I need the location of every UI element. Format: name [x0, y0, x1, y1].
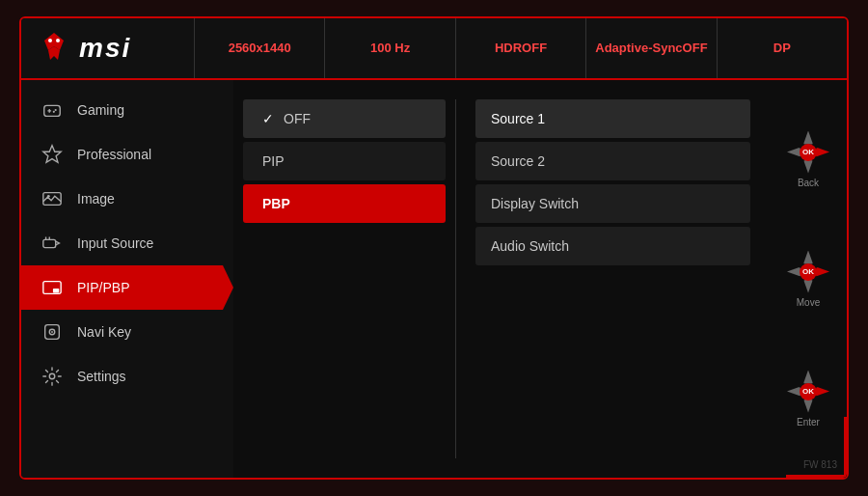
- ok-text: OK: [802, 148, 814, 156]
- pip-pbp-options-column: ✓ OFF PIP PBP: [233, 90, 455, 468]
- navi-key-icon: [41, 320, 64, 344]
- monitor-osd: msi 2560x1440 100 Hz HDROFF Adaptive-Syn…: [19, 16, 849, 480]
- enter-ok-text: OK: [802, 387, 814, 396]
- dpad-up[interactable]: [803, 131, 813, 145]
- audio-switch-option[interactable]: Audio Switch: [475, 227, 750, 265]
- source1-option[interactable]: Source 1: [475, 99, 750, 138]
- dragon-icon: [37, 31, 71, 66]
- source1-label: Source 1: [491, 111, 545, 126]
- enter-label: Enter: [797, 417, 820, 427]
- pip-pbp-icon: [41, 276, 64, 299]
- source2-option[interactable]: Source 2: [475, 142, 750, 180]
- svg-rect-12: [43, 239, 56, 247]
- msi-brand-text: msi: [79, 33, 131, 64]
- source2-label: Source 2: [491, 153, 545, 169]
- sidebar-item-professional[interactable]: Professional: [21, 132, 233, 177]
- move-label: Move: [797, 297, 820, 308]
- hdr-display: HDROFF: [456, 18, 586, 78]
- pbp-label: PBP: [262, 196, 290, 211]
- move-dpad-left[interactable]: [787, 267, 800, 277]
- pbp-option[interactable]: PBP: [243, 184, 446, 223]
- dpad-down[interactable]: [803, 160, 813, 174]
- dpad-back-right[interactable]: [816, 148, 829, 157]
- resolution-display: 2560x1440: [195, 18, 325, 78]
- gaming-label: Gaming: [77, 102, 124, 118]
- dpad-left[interactable]: [787, 148, 800, 157]
- sidebar-item-input-source[interactable]: Input Source: [21, 221, 233, 265]
- check-icon: ✓: [262, 111, 274, 126]
- display-switch-label: Display Switch: [491, 196, 579, 211]
- sidebar-item-gaming[interactable]: Gaming: [21, 88, 233, 132]
- svg-marker-9: [43, 146, 61, 162]
- settings-icon: [41, 365, 64, 388]
- sidebar: Gaming Professional Im: [21, 80, 233, 478]
- move-dpad[interactable]: OK: [787, 251, 829, 293]
- source-options-column: Source 1 Source 2 Display Switch Audio S…: [456, 90, 770, 468]
- audio-switch-label: Audio Switch: [491, 238, 569, 254]
- professional-icon: [41, 143, 64, 166]
- back-label: Back: [798, 178, 819, 188]
- enter-dpad-up[interactable]: [803, 371, 813, 384]
- svg-point-19: [51, 331, 53, 333]
- sidebar-item-pip-pbp[interactable]: PIP/PBP: [21, 265, 233, 310]
- logo-section: msi: [21, 18, 195, 78]
- move-dpad-center[interactable]: OK: [800, 263, 817, 281]
- back-dpad[interactable]: OK: [787, 131, 829, 174]
- input-source-icon: [41, 232, 64, 255]
- enter-dpad-down[interactable]: [803, 400, 813, 413]
- back-control[interactable]: OK Back: [787, 131, 829, 188]
- navi-key-label: Navi Key: [77, 324, 131, 340]
- svg-point-3: [56, 39, 60, 42]
- top-info: 2560x1440 100 Hz HDROFF Adaptive-SyncOFF…: [195, 18, 847, 78]
- move-dpad-right[interactable]: [816, 267, 829, 277]
- display-switch-option[interactable]: Display Switch: [475, 184, 750, 223]
- svg-point-8: [53, 111, 55, 113]
- pip-option[interactable]: PIP: [243, 142, 446, 180]
- image-icon: [41, 187, 64, 210]
- enter-dpad-left[interactable]: [787, 387, 800, 397]
- refresh-rate-display: 100 Hz: [325, 18, 455, 78]
- dpad-center-ok[interactable]: OK: [800, 144, 817, 161]
- top-bar: msi 2560x1440 100 Hz HDROFF Adaptive-Syn…: [21, 18, 847, 80]
- sidebar-item-image[interactable]: Image: [21, 177, 233, 221]
- msi-logo: msi: [37, 31, 131, 66]
- move-ok-text: OK: [802, 267, 814, 276]
- firmware-version: FW 813: [803, 459, 837, 470]
- settings-label: Settings: [77, 369, 126, 384]
- svg-point-7: [55, 109, 57, 111]
- svg-point-2: [48, 39, 52, 42]
- svg-point-11: [47, 195, 50, 198]
- off-option[interactable]: ✓ OFF: [243, 99, 446, 138]
- input-display: DP: [718, 18, 847, 78]
- sidebar-item-settings[interactable]: Settings: [21, 354, 233, 399]
- move-dpad-up[interactable]: [803, 251, 813, 264]
- enter-dpad[interactable]: OK: [787, 371, 829, 413]
- input-source-label: Input Source: [77, 235, 153, 251]
- enter-control[interactable]: OK Enter: [787, 371, 829, 427]
- menu-area: ✓ OFF PIP PBP Source 1 Source 2: [233, 80, 770, 478]
- main-content: Gaming Professional Im: [21, 80, 847, 478]
- image-label: Image: [77, 191, 115, 207]
- sidebar-item-navi-key[interactable]: Navi Key: [21, 310, 233, 354]
- move-control[interactable]: OK Move: [787, 251, 829, 308]
- pip-pbp-label: PIP/PBP: [77, 280, 129, 295]
- professional-label: Professional: [77, 147, 151, 162]
- enter-dpad-center[interactable]: OK: [800, 383, 817, 400]
- right-controls: OK Back OK Move: [770, 80, 847, 478]
- off-label: OFF: [284, 111, 311, 126]
- svg-point-20: [49, 373, 55, 379]
- svg-rect-16: [53, 289, 59, 293]
- adaptive-sync-display: Adaptive-SyncOFF: [586, 18, 717, 78]
- svg-rect-4: [44, 105, 61, 116]
- enter-dpad-right[interactable]: [816, 387, 829, 397]
- pip-label: PIP: [262, 153, 285, 169]
- move-dpad-down[interactable]: [803, 280, 813, 293]
- gaming-icon: [41, 98, 64, 122]
